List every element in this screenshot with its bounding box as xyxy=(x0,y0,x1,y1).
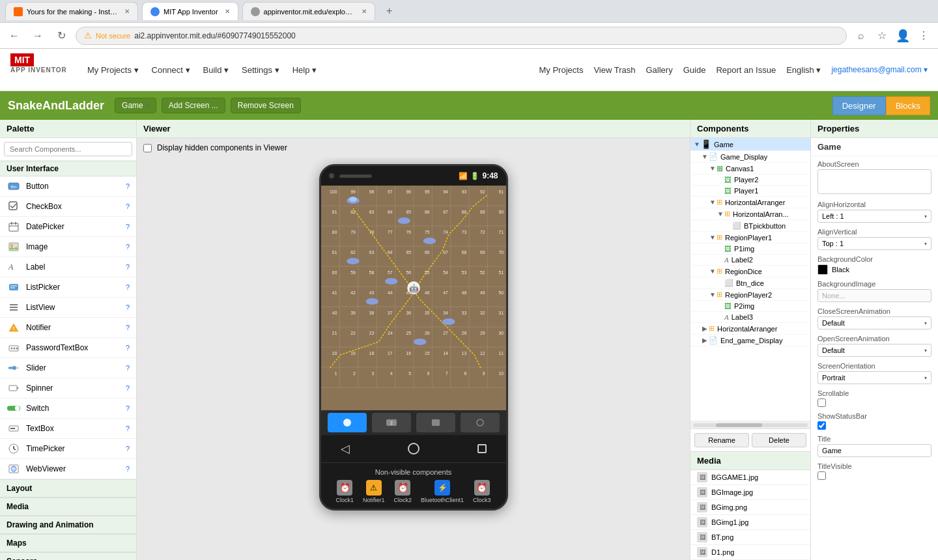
menu-icon-btn[interactable]: ⋮ xyxy=(915,27,933,45)
media-item-bgimg[interactable]: 🖼 BGimg.png xyxy=(690,500,810,515)
align-v-dropdown[interactable]: Top : 1 ▾ xyxy=(817,237,931,250)
address-bar[interactable]: ⚠ Not secure ai2.appinventor.mit.edu/#60… xyxy=(76,27,847,45)
tab-3-close[interactable]: ✕ xyxy=(362,8,367,15)
switch-help[interactable]: ? xyxy=(126,404,130,412)
tree-item-rp2[interactable]: ▼ ⊞ RegionPlayer2 xyxy=(690,289,810,301)
ha3-toggle[interactable]: ▶ xyxy=(701,325,709,333)
nav-settings[interactable]: Settings ▾ xyxy=(236,63,285,77)
nav-build[interactable]: Build ▾ xyxy=(198,63,234,77)
scrollable-checkbox[interactable] xyxy=(817,399,826,407)
tree-item-game[interactable]: ▼ 📱 Game xyxy=(690,138,810,151)
tab-3[interactable]: appinventor.mit.edu/explore/lib... ✕ xyxy=(242,2,375,20)
palette-group-media[interactable]: Media xyxy=(0,497,136,516)
palette-section-user-interface[interactable]: User Interface xyxy=(0,161,136,176)
align-h-dropdown[interactable]: Left : 1 ▾ xyxy=(817,210,931,223)
scrollbar-thumb[interactable] xyxy=(716,423,761,427)
language-selector[interactable]: English ▾ xyxy=(786,65,821,75)
list-item[interactable]: Spinner ? xyxy=(0,378,136,399)
designer-button[interactable]: Designer xyxy=(832,96,886,115)
tree-item-p2img[interactable]: 🖼 P2img xyxy=(690,301,810,312)
label-help[interactable]: ? xyxy=(126,263,130,271)
ha2-toggle[interactable]: ▼ xyxy=(717,210,724,218)
tree-item-player2[interactable]: 🖼 Player2 xyxy=(690,175,810,186)
list-item[interactable]: WebViewer ? xyxy=(0,459,136,479)
bookmark-icon-btn[interactable]: ☆ xyxy=(873,27,891,45)
bg-image-input[interactable]: None... xyxy=(817,289,931,302)
tab-1-close[interactable]: ✕ xyxy=(124,8,130,15)
link-my-projects[interactable]: My Projects xyxy=(539,65,584,75)
bg-color-swatch[interactable] xyxy=(817,264,828,275)
nav-my-projects[interactable]: My Projects ▾ xyxy=(82,63,144,77)
link-gallery[interactable]: Gallery xyxy=(646,65,672,75)
link-guide[interactable]: Guide xyxy=(683,65,706,75)
component-tree-scrollbar[interactable] xyxy=(690,421,810,428)
timepicker-help[interactable]: ? xyxy=(126,445,130,453)
listview-help[interactable]: ? xyxy=(126,303,130,311)
nav-connect[interactable]: Connect ▾ xyxy=(147,63,195,77)
list-item[interactable]: Switch ? xyxy=(0,399,136,419)
rename-button[interactable]: Rename xyxy=(694,433,749,447)
list-item[interactable]: CheckBox ? xyxy=(0,197,136,217)
tab-2-close[interactable]: ✕ xyxy=(225,8,230,15)
slider-help[interactable]: ? xyxy=(126,364,130,372)
endgame-toggle[interactable]: ▶ xyxy=(701,337,709,344)
media-item-d1[interactable]: 🖼 D1.png xyxy=(690,545,810,560)
game-toggle[interactable]: ▼ xyxy=(693,141,701,148)
palette-group-layout[interactable]: Layout xyxy=(0,479,136,497)
palette-group-drawing[interactable]: Drawing and Animation xyxy=(0,516,136,534)
image-help[interactable]: ? xyxy=(126,243,130,251)
palette-group-maps[interactable]: Maps xyxy=(0,534,136,552)
canvas1-toggle[interactable]: ▼ xyxy=(709,165,717,173)
palette-group-sensors[interactable]: Sensors xyxy=(0,552,136,560)
profile-icon-btn[interactable]: 👤 xyxy=(894,27,912,45)
spinner-help[interactable]: ? xyxy=(126,384,130,392)
about-screen-input[interactable] xyxy=(817,169,931,194)
list-item[interactable]: A Label ? xyxy=(0,257,136,277)
tree-item-btpick[interactable]: ⬜ BTpickbutton xyxy=(690,220,810,232)
tree-item-ha3[interactable]: ▶ ⊞ HorizontalArranger xyxy=(690,323,810,335)
search-input[interactable] xyxy=(4,142,132,156)
link-report-issue[interactable]: Report an Issue xyxy=(716,65,776,75)
list-item[interactable]: Slider ? xyxy=(0,358,136,378)
checkbox-help[interactable]: ? xyxy=(126,203,130,210)
new-tab-button[interactable]: + xyxy=(379,2,400,20)
link-view-trash[interactable]: View Trash xyxy=(593,65,635,75)
tree-item-btndice[interactable]: ⬜ Btn_dice xyxy=(690,277,810,289)
passwordtextbox-help[interactable]: ? xyxy=(126,344,130,352)
button-help[interactable]: ? xyxy=(126,182,130,190)
remove-screen-button[interactable]: Remove Screen xyxy=(231,98,301,113)
title-input[interactable] xyxy=(817,444,931,457)
list-item[interactable]: ListView ? xyxy=(0,298,136,318)
list-item[interactable]: Btn Button ? xyxy=(0,176,136,197)
rp1-toggle[interactable]: ▼ xyxy=(709,234,717,242)
delete-button[interactable]: Delete xyxy=(752,433,806,447)
tree-item-ha2[interactable]: ▼ ⊞ HorizontalArran... xyxy=(690,208,810,220)
tree-item-game-display[interactable]: ▼ 📄 Game_Display xyxy=(690,151,810,163)
screen-orient-dropdown[interactable]: Portrait ▾ xyxy=(817,371,931,384)
forward-button[interactable]: → xyxy=(29,27,47,45)
tree-item-canvas1[interactable]: ▼ ▦ Canvas1 xyxy=(690,163,810,175)
list-item[interactable]: Image ? xyxy=(0,237,136,257)
rp2-toggle[interactable]: ▼ xyxy=(709,291,717,299)
notifier-help[interactable]: ? xyxy=(126,324,130,331)
tree-item-p1img[interactable]: 🖼 P1img xyxy=(690,244,810,255)
tree-item-player1[interactable]: 🖼 Player1 xyxy=(690,186,810,197)
refresh-button[interactable]: ↻ xyxy=(52,27,70,45)
textbox-help[interactable]: ? xyxy=(126,425,130,432)
list-item[interactable]: DatePicker ? xyxy=(0,217,136,237)
list-item[interactable]: TimePicker ? xyxy=(0,439,136,459)
tab-2[interactable]: MIT App Inventor ✕ xyxy=(142,2,238,20)
add-screen-button[interactable]: Add Screen ... xyxy=(162,98,225,113)
tree-item-rp1[interactable]: ▼ ⊞ RegionPlayer1 xyxy=(690,232,810,244)
game-display-toggle[interactable]: ▼ xyxy=(701,153,709,161)
ha1-toggle[interactable]: ▼ xyxy=(709,199,717,206)
back-button[interactable]: ← xyxy=(5,27,23,45)
media-item-bt[interactable]: 🖼 BT.png xyxy=(690,530,810,545)
list-item[interactable]: ! Notifier ? xyxy=(0,318,136,338)
tree-item-label3[interactable]: A Label3 xyxy=(690,312,810,323)
media-item-bggame1[interactable]: 🖼 BGGAME1.jpg xyxy=(690,470,810,485)
title-visible-checkbox[interactable] xyxy=(817,471,826,480)
search-icon-btn[interactable]: ⌕ xyxy=(852,27,870,45)
screen-button[interactable]: Game ▾ xyxy=(115,98,156,113)
rdice-toggle[interactable]: ▼ xyxy=(709,268,717,275)
